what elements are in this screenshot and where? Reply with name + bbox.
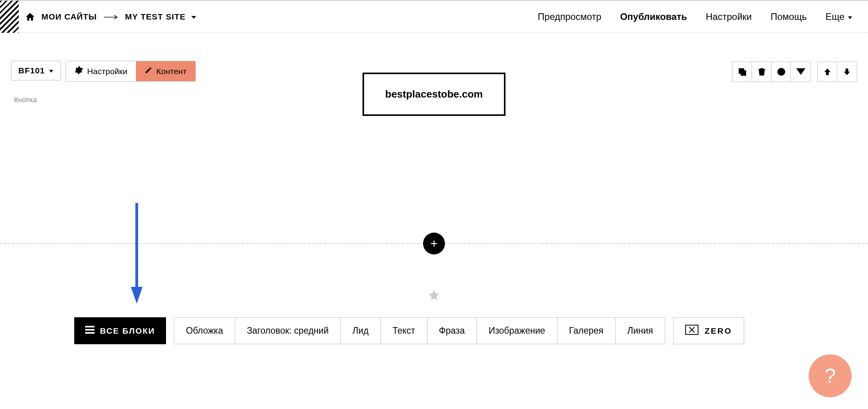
publish-link[interactable]: Опубликовать xyxy=(620,11,687,22)
hamburger-icon xyxy=(85,326,95,336)
pencil-icon xyxy=(145,66,152,76)
category-phrase[interactable]: Фраза xyxy=(427,318,477,344)
gear-icon xyxy=(75,66,83,76)
zero-label: ZERO xyxy=(705,326,732,336)
plus-icon: + xyxy=(430,237,438,251)
all-blocks-button[interactable]: ВСЕ БЛОКИ xyxy=(74,317,166,344)
canvas-button-text: bestplacestobe.com xyxy=(385,88,483,100)
category-gallery[interactable]: Галерея xyxy=(557,318,616,344)
site-name[interactable]: MY TEST SITE xyxy=(125,12,186,21)
caret-down-icon[interactable] xyxy=(191,12,196,21)
svg-rect-8 xyxy=(85,332,95,334)
block-type-label: Кнопка xyxy=(14,96,37,104)
add-block-button[interactable]: + xyxy=(423,233,445,254)
move-up-button[interactable] xyxy=(818,62,837,82)
caret-down-icon xyxy=(848,11,852,22)
breadcrumb: МОИ САЙТЫ MY TEST SITE xyxy=(41,12,196,21)
more-label: Еще xyxy=(825,11,845,22)
more-actions-button[interactable] xyxy=(791,62,811,82)
category-cover[interactable]: Обложка xyxy=(174,318,235,344)
block-content-label: Контент xyxy=(156,67,187,76)
block-content-button[interactable]: Контент xyxy=(136,61,195,81)
all-blocks-label: ВСЕ БЛОКИ xyxy=(100,326,155,336)
help-bubble-button[interactable]: ? xyxy=(809,354,852,397)
category-lead[interactable]: Лид xyxy=(341,318,380,344)
svg-rect-6 xyxy=(85,326,95,327)
settings-link[interactable]: Настройки xyxy=(706,11,752,22)
category-line[interactable]: Линия xyxy=(616,318,665,344)
svg-rect-7 xyxy=(85,329,95,331)
home-icon[interactable] xyxy=(25,12,35,22)
move-down-button[interactable] xyxy=(837,62,857,82)
block-id-label: BF101 xyxy=(18,66,45,75)
visibility-button[interactable] xyxy=(772,62,791,82)
my-sites-link[interactable]: МОИ САЙТЫ xyxy=(41,12,97,21)
preview-link[interactable]: Предпросмотр xyxy=(538,11,602,22)
help-link[interactable]: Помощь xyxy=(770,11,807,22)
canvas-button-block[interactable]: bestplacestobe.com xyxy=(363,73,505,116)
favorite-star-icon[interactable] xyxy=(428,289,440,303)
delete-button[interactable] xyxy=(752,62,772,82)
help-question-mark: ? xyxy=(825,364,836,388)
arrow-right-icon xyxy=(104,12,118,21)
block-settings-button[interactable]: Настройки xyxy=(66,61,136,81)
category-image[interactable]: Изображение xyxy=(477,318,557,344)
block-settings-label: Настройки xyxy=(87,67,127,76)
zero-block-button[interactable]: ZERO xyxy=(673,317,744,344)
more-menu[interactable]: Еще xyxy=(825,11,852,22)
caret-down-icon xyxy=(49,66,54,75)
zero-block-icon xyxy=(685,325,698,337)
svg-rect-2 xyxy=(741,71,746,75)
block-id-dropdown[interactable]: BF101 xyxy=(11,61,61,80)
annotation-arrow xyxy=(129,203,145,306)
duplicate-button[interactable] xyxy=(732,62,752,82)
category-text[interactable]: Текст xyxy=(381,318,427,344)
app-logo-zigzag xyxy=(0,1,19,33)
category-heading-mid[interactable]: Заголовок: средний xyxy=(235,318,341,344)
